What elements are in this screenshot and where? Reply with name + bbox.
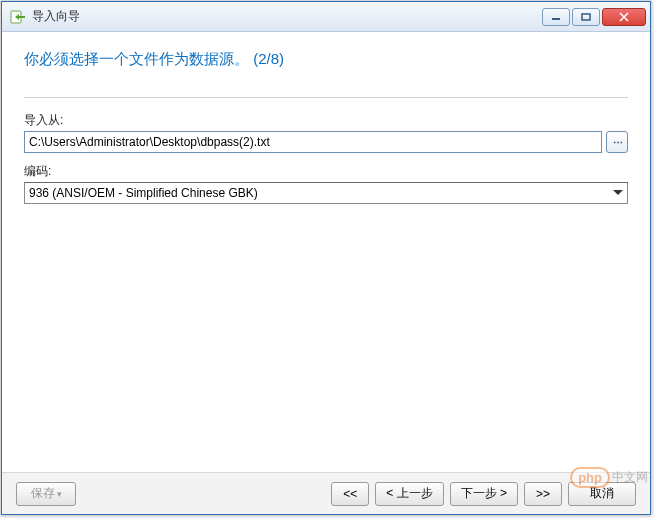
minimize-button[interactable] [542,8,570,26]
last-page-button[interactable]: >> [524,482,562,506]
close-icon [618,12,630,22]
cancel-button[interactable]: 取消 [568,482,636,506]
import-from-row: ⋯ [24,131,628,153]
browse-button[interactable]: ⋯ [606,131,628,153]
next-button[interactable]: 下一步 > [450,482,518,506]
prev-button[interactable]: < 上一步 [375,482,443,506]
close-button[interactable] [602,8,646,26]
import-from-input[interactable] [24,131,602,153]
encoding-select[interactable]: 936 (ANSI/OEM - Simplified Chinese GBK) [24,182,628,204]
window-title: 导入向导 [32,8,542,25]
content-area: 你必须选择一个文件作为数据源。 (2/8) 导入从: ⋯ 编码: 936 (AN… [2,32,650,472]
window-controls [542,8,646,26]
svg-rect-1 [552,18,560,20]
footer: 保存 ▾ << < 上一步 下一步 > >> 取消 [2,472,650,514]
import-wizard-window: 导入向导 你必须选择一个文件作为数据源。 (2/8) 导入从: ⋯ 编码: 93… [1,1,651,515]
chevron-down-icon: ▾ [57,489,62,499]
app-icon [10,9,26,25]
titlebar: 导入向导 [2,2,650,32]
svg-rect-2 [582,14,590,20]
save-button[interactable]: 保存 ▾ [16,482,76,506]
form-area: 导入从: ⋯ 编码: 936 (ANSI/OEM - Simplified Ch… [24,97,628,204]
maximize-button[interactable] [572,8,600,26]
first-page-button[interactable]: << [331,482,369,506]
encoding-label: 编码: [24,163,628,180]
page-heading: 你必须选择一个文件作为数据源。 (2/8) [24,50,628,69]
maximize-icon [581,13,591,21]
minimize-icon [551,13,561,21]
import-from-label: 导入从: [24,112,628,129]
